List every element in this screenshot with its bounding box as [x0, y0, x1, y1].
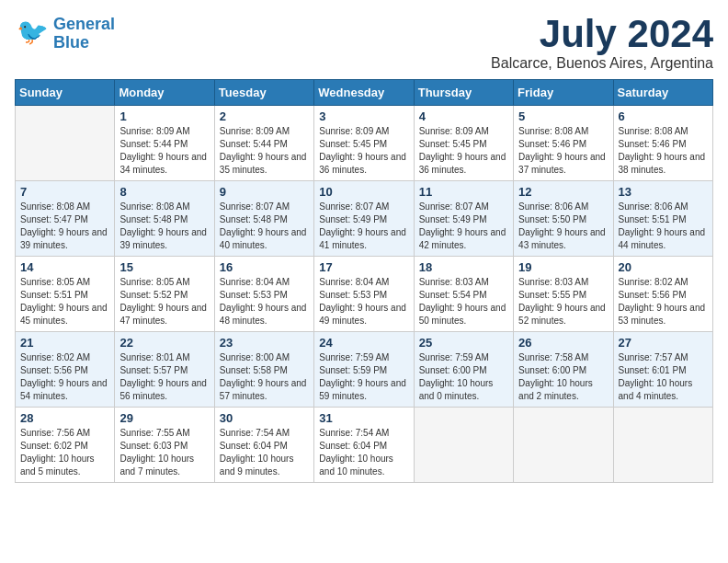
weekday-wednesday: Wednesday	[314, 80, 414, 106]
day-info: Sunrise: 8:02 AMSunset: 5:56 PMDaylight:…	[20, 351, 109, 403]
page-header: 🐦 GeneralBlue July 2024 Balcarce, Buenos…	[15, 15, 713, 72]
week-row-3: 14Sunrise: 8:05 AMSunset: 5:51 PMDayligh…	[16, 257, 713, 332]
calendar-cell: 11Sunrise: 8:07 AMSunset: 5:49 PMDayligh…	[414, 181, 513, 257]
day-number: 10	[319, 185, 408, 199]
day-info: Sunrise: 8:01 AMSunset: 5:57 PMDaylight:…	[119, 351, 209, 403]
day-info: Sunrise: 7:54 AMSunset: 6:04 PMDaylight:…	[319, 427, 408, 478]
day-info: Sunrise: 8:04 AMSunset: 5:53 PMDaylight:…	[220, 276, 309, 327]
day-number: 5	[518, 109, 608, 123]
day-number: 7	[20, 185, 109, 199]
day-number: 14	[20, 260, 109, 274]
week-row-1: 1Sunrise: 8:09 AMSunset: 5:44 PMDaylight…	[16, 106, 713, 181]
svg-text:🐦: 🐦	[17, 17, 49, 47]
calendar-cell: 19Sunrise: 8:03 AMSunset: 5:55 PMDayligh…	[514, 257, 613, 332]
day-info: Sunrise: 8:08 AMSunset: 5:46 PMDaylight:…	[518, 125, 608, 177]
week-row-4: 21Sunrise: 8:02 AMSunset: 5:56 PMDayligh…	[16, 332, 713, 408]
day-info: Sunrise: 8:02 AMSunset: 5:56 PMDaylight:…	[619, 276, 708, 327]
day-number: 19	[518, 260, 608, 274]
day-info: Sunrise: 7:58 AMSunset: 6:00 PMDaylight:…	[518, 351, 608, 403]
day-info: Sunrise: 8:07 AMSunset: 5:49 PMDaylight:…	[319, 201, 408, 252]
day-info: Sunrise: 8:05 AMSunset: 5:51 PMDaylight:…	[20, 276, 109, 327]
week-row-2: 7Sunrise: 8:08 AMSunset: 5:47 PMDaylight…	[16, 181, 713, 257]
calendar-cell: 16Sunrise: 8:04 AMSunset: 5:53 PMDayligh…	[214, 257, 313, 332]
day-info: Sunrise: 8:08 AMSunset: 5:47 PMDaylight:…	[20, 201, 109, 252]
day-info: Sunrise: 8:07 AMSunset: 5:48 PMDaylight:…	[220, 201, 309, 252]
day-info: Sunrise: 8:07 AMSunset: 5:49 PMDaylight:…	[419, 201, 508, 252]
day-number: 3	[319, 109, 408, 123]
day-info: Sunrise: 8:05 AMSunset: 5:52 PMDaylight:…	[119, 276, 209, 327]
weekday-monday: Monday	[115, 80, 214, 106]
calendar-cell: 22Sunrise: 8:01 AMSunset: 5:57 PMDayligh…	[115, 332, 214, 408]
calendar-cell: 30Sunrise: 7:54 AMSunset: 6:04 PMDayligh…	[214, 408, 313, 483]
day-number: 28	[20, 411, 109, 425]
calendar-cell: 6Sunrise: 8:08 AMSunset: 5:46 PMDaylight…	[613, 106, 712, 181]
day-number: 21	[20, 336, 109, 350]
day-number: 16	[220, 260, 309, 274]
calendar-cell: 13Sunrise: 8:06 AMSunset: 5:51 PMDayligh…	[613, 181, 712, 257]
calendar-cell	[613, 408, 712, 483]
day-number: 15	[119, 260, 209, 274]
calendar-table: SundayMondayTuesdayWednesdayThursdayFrid…	[15, 79, 713, 483]
weekday-saturday: Saturday	[613, 80, 712, 106]
day-info: Sunrise: 8:03 AMSunset: 5:54 PMDaylight:…	[419, 276, 508, 327]
weekday-thursday: Thursday	[414, 80, 513, 106]
calendar-cell: 25Sunrise: 7:59 AMSunset: 6:00 PMDayligh…	[414, 332, 513, 408]
weekday-sunday: Sunday	[16, 80, 115, 106]
day-info: Sunrise: 7:55 AMSunset: 6:03 PMDaylight:…	[119, 427, 209, 478]
day-number: 18	[419, 260, 508, 274]
calendar-cell: 12Sunrise: 8:06 AMSunset: 5:50 PMDayligh…	[514, 181, 613, 257]
day-number: 12	[518, 185, 608, 199]
day-info: Sunrise: 7:56 AMSunset: 6:02 PMDaylight:…	[20, 427, 109, 478]
calendar-cell: 26Sunrise: 7:58 AMSunset: 6:00 PMDayligh…	[514, 332, 613, 408]
day-number: 1	[119, 109, 209, 123]
day-info: Sunrise: 8:09 AMSunset: 5:44 PMDaylight:…	[119, 125, 209, 177]
day-number: 29	[119, 411, 209, 425]
logo: 🐦 GeneralBlue	[15, 15, 115, 53]
calendar-cell: 15Sunrise: 8:05 AMSunset: 5:52 PMDayligh…	[115, 257, 214, 332]
calendar-cell: 31Sunrise: 7:54 AMSunset: 6:04 PMDayligh…	[314, 408, 414, 483]
calendar-cell: 5Sunrise: 8:08 AMSunset: 5:46 PMDaylight…	[514, 106, 613, 181]
title-block: July 2024 Balcarce, Buenos Aires, Argent…	[491, 15, 713, 72]
calendar-cell: 9Sunrise: 8:07 AMSunset: 5:48 PMDaylight…	[214, 181, 313, 257]
day-number: 9	[220, 185, 309, 199]
day-number: 13	[619, 185, 708, 199]
calendar-cell: 23Sunrise: 8:00 AMSunset: 5:58 PMDayligh…	[214, 332, 313, 408]
day-info: Sunrise: 8:09 AMSunset: 5:45 PMDaylight:…	[319, 125, 408, 177]
day-number: 30	[220, 411, 309, 425]
day-info: Sunrise: 8:09 AMSunset: 5:45 PMDaylight:…	[419, 125, 508, 177]
calendar-cell: 4Sunrise: 8:09 AMSunset: 5:45 PMDaylight…	[414, 106, 513, 181]
day-number: 26	[518, 336, 608, 350]
day-info: Sunrise: 7:59 AMSunset: 5:59 PMDaylight:…	[319, 351, 408, 403]
weekday-tuesday: Tuesday	[214, 80, 313, 106]
logo-icon: 🐦	[15, 15, 50, 50]
day-number: 27	[619, 336, 708, 350]
logo-text: GeneralBlue	[53, 16, 115, 52]
day-info: Sunrise: 8:06 AMSunset: 5:50 PMDaylight:…	[518, 201, 608, 252]
weekday-friday: Friday	[514, 80, 613, 106]
calendar-cell	[414, 408, 513, 483]
day-info: Sunrise: 8:09 AMSunset: 5:44 PMDaylight:…	[220, 125, 309, 177]
calendar-cell: 2Sunrise: 8:09 AMSunset: 5:44 PMDaylight…	[214, 106, 313, 181]
day-info: Sunrise: 8:00 AMSunset: 5:58 PMDaylight:…	[220, 351, 309, 403]
day-number: 25	[419, 336, 508, 350]
calendar-cell: 10Sunrise: 8:07 AMSunset: 5:49 PMDayligh…	[314, 181, 414, 257]
calendar-cell: 27Sunrise: 7:57 AMSunset: 6:01 PMDayligh…	[613, 332, 712, 408]
calendar-cell: 3Sunrise: 8:09 AMSunset: 5:45 PMDaylight…	[314, 106, 414, 181]
week-row-5: 28Sunrise: 7:56 AMSunset: 6:02 PMDayligh…	[16, 408, 713, 483]
calendar-cell: 8Sunrise: 8:08 AMSunset: 5:48 PMDaylight…	[115, 181, 214, 257]
day-number: 11	[419, 185, 508, 199]
day-number: 8	[119, 185, 209, 199]
calendar-cell: 18Sunrise: 8:03 AMSunset: 5:54 PMDayligh…	[414, 257, 513, 332]
day-number: 17	[319, 260, 408, 274]
calendar-cell: 24Sunrise: 7:59 AMSunset: 5:59 PMDayligh…	[314, 332, 414, 408]
day-info: Sunrise: 7:57 AMSunset: 6:01 PMDaylight:…	[619, 351, 708, 403]
day-info: Sunrise: 8:06 AMSunset: 5:51 PMDaylight:…	[619, 201, 708, 252]
calendar-cell: 28Sunrise: 7:56 AMSunset: 6:02 PMDayligh…	[16, 408, 115, 483]
calendar-cell: 7Sunrise: 8:08 AMSunset: 5:47 PMDaylight…	[16, 181, 115, 257]
calendar-cell: 17Sunrise: 8:04 AMSunset: 5:53 PMDayligh…	[314, 257, 414, 332]
calendar-cell: 14Sunrise: 8:05 AMSunset: 5:51 PMDayligh…	[16, 257, 115, 332]
calendar-cell: 1Sunrise: 8:09 AMSunset: 5:44 PMDaylight…	[115, 106, 214, 181]
day-number: 23	[220, 336, 309, 350]
day-number: 2	[220, 109, 309, 123]
calendar-cell: 29Sunrise: 7:55 AMSunset: 6:03 PMDayligh…	[115, 408, 214, 483]
